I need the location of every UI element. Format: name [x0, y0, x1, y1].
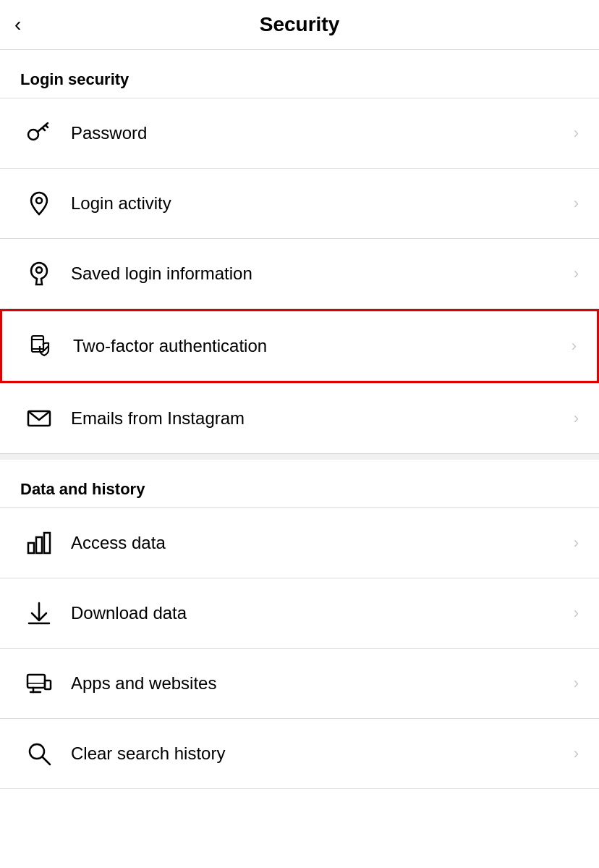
- emails-label: Emails from Instagram: [71, 408, 566, 429]
- download-icon: [20, 594, 58, 632]
- monitor-icon: [20, 665, 58, 702]
- access-data-item[interactable]: Access data ›: [0, 508, 599, 578]
- data-history-section: Data and history Access data › Download …: [0, 460, 599, 789]
- clear-search-label: Clear search history: [71, 743, 566, 764]
- saved-login-chevron: ›: [574, 264, 579, 283]
- shield-phone-icon: [22, 327, 60, 365]
- login-activity-chevron: ›: [574, 194, 579, 213]
- divider-end-data: [0, 788, 599, 789]
- saved-login-item[interactable]: Saved login information ›: [0, 239, 599, 308]
- page-container: ‹ Security Login security Password › Log…: [0, 0, 599, 789]
- clear-search-item[interactable]: Clear search history ›: [0, 719, 599, 788]
- password-chevron: ›: [574, 124, 579, 143]
- password-label: Password: [71, 123, 566, 143]
- access-data-chevron: ›: [574, 534, 579, 552]
- access-data-label: Access data: [71, 533, 566, 553]
- login-security-label: Login security: [0, 50, 599, 98]
- data-history-label: Data and history: [0, 460, 599, 507]
- back-button[interactable]: ‹: [14, 14, 21, 35]
- section-divider: [0, 454, 599, 460]
- two-factor-label: Two-factor authentication: [73, 336, 564, 356]
- location-icon: [20, 185, 58, 222]
- emails-chevron: ›: [574, 409, 579, 428]
- page-title: Security: [260, 13, 340, 36]
- key-icon: [20, 114, 58, 152]
- bar-chart-icon: [20, 524, 58, 562]
- password-item[interactable]: Password ›: [0, 98, 599, 168]
- email-icon: [20, 400, 58, 437]
- search-icon: [20, 735, 58, 772]
- keyhole-icon: [20, 255, 58, 292]
- download-data-label: Download data: [71, 603, 566, 623]
- download-data-chevron: ›: [574, 604, 579, 623]
- apps-websites-item[interactable]: Apps and websites ›: [0, 649, 599, 718]
- saved-login-label: Saved login information: [71, 264, 566, 284]
- apps-websites-label: Apps and websites: [71, 673, 566, 694]
- clear-search-chevron: ›: [574, 744, 579, 763]
- header: ‹ Security: [0, 0, 599, 50]
- login-activity-label: Login activity: [71, 193, 566, 214]
- login-activity-item[interactable]: Login activity ›: [0, 169, 599, 238]
- download-data-item[interactable]: Download data ›: [0, 578, 599, 648]
- emails-item[interactable]: Emails from Instagram ›: [0, 384, 599, 453]
- two-factor-chevron: ›: [572, 337, 577, 355]
- apps-websites-chevron: ›: [574, 674, 579, 693]
- two-factor-item[interactable]: Two-factor authentication ›: [0, 309, 599, 383]
- login-security-section: Login security Password › Login activity…: [0, 50, 599, 454]
